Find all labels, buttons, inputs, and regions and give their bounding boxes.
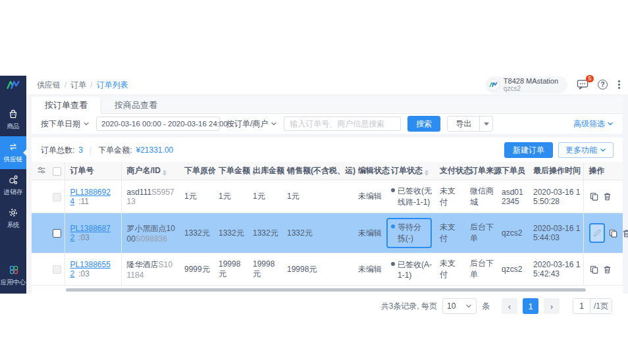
search-button[interactable]: 搜索	[407, 116, 440, 132]
row-checkbox-cell	[47, 213, 65, 253]
sidebar-item-label: 进销存	[4, 188, 23, 196]
order-source-cell: 后台下单	[465, 253, 496, 286]
apps-icon	[7, 263, 20, 276]
last-operation-time-cell: 2020-03-16 15:50:28	[528, 180, 583, 213]
new-order-button[interactable]: 新建订单	[504, 142, 553, 158]
breadcrumb: 供应链 / 订单 / 订单列表	[37, 80, 128, 91]
column-header[interactable]: 订单状态	[386, 162, 434, 180]
sales-amount-cell: 1332元	[282, 213, 353, 253]
sidebar-item-label: 系统	[7, 221, 19, 229]
sidebar-item-app-center[interactable]: 应用中心	[0, 259, 26, 292]
chevron-down-icon	[607, 120, 614, 127]
tab-by-product[interactable]: 按商品查看	[101, 97, 170, 113]
outbound-amount-cell-value: 1332元	[253, 228, 278, 238]
order-status-cell: 等待分拣(-)	[386, 213, 434, 253]
sidebar-item-inventory[interactable]: 进销存	[0, 169, 26, 202]
column-header-label: 下单原价	[184, 166, 216, 175]
row-checkbox-cell	[47, 180, 65, 213]
sidebar-item-label: 商品	[7, 122, 19, 130]
filter-bar: 按下单日期 2020-03-16 00:00 - 2020-03-16 24:0…	[32, 114, 623, 134]
merchant-name: asd111	[127, 188, 152, 197]
chevron-down-icon	[600, 147, 606, 153]
sidebar: 商品供应链进销存系统应用中心	[0, 76, 26, 294]
copy-order-button[interactable]	[589, 192, 599, 201]
edit-status-cell: 未编辑	[353, 253, 386, 286]
more-functions-label: 更多功能	[565, 145, 597, 156]
merchant-name: 隆华酒店	[127, 260, 159, 269]
actions-cell	[583, 213, 623, 253]
trash-icon	[622, 229, 628, 238]
pagination-unit-label: 条	[482, 301, 490, 312]
account-pill[interactable]: T8428 MAstation qzcs2	[486, 76, 567, 93]
order-amount-cell: 1332元	[213, 213, 248, 253]
status-dot-icon	[391, 224, 395, 228]
edit-order-button[interactable]	[589, 223, 605, 243]
copy-icon	[590, 265, 598, 274]
order-number-link[interactable]: PL13886924	[70, 188, 111, 206]
date-type-label: 按下单日期	[41, 118, 80, 130]
date-type-select[interactable]: 按下单日期	[41, 118, 90, 130]
order-number-cell: PL13886872:03	[65, 213, 121, 253]
select-all-checkbox[interactable]	[47, 162, 65, 180]
breadcrumb-item-order-list[interactable]: 订单列表	[97, 80, 128, 91]
delete-order-button[interactable]	[602, 265, 612, 274]
sidebar-item-supply-chain[interactable]: 供应链	[0, 136, 26, 169]
sort-carets-icon[interactable]	[163, 170, 167, 176]
sort-carets-icon[interactable]	[425, 170, 429, 176]
pay-status-cell: 未支付	[434, 213, 465, 253]
delete-order-button[interactable]	[621, 228, 628, 238]
order-amount-cell-value: 19998元	[219, 259, 240, 278]
next-page-button[interactable]: ›	[544, 298, 560, 314]
prev-page-button[interactable]: ‹	[502, 298, 517, 314]
more-functions-button[interactable]: 更多功能	[558, 142, 614, 158]
page-size-select[interactable]: 10	[442, 298, 477, 314]
order-number-link[interactable]: PL13886872	[70, 224, 111, 242]
order-number-cell: PL13886924:11	[65, 180, 121, 213]
sidebar-item-system[interactable]: 系统	[0, 202, 26, 235]
outbound-amount-cell: 1元	[248, 180, 282, 213]
actions-cell	[583, 253, 623, 286]
outbound-amount-cell-value: 1元	[253, 192, 265, 201]
export-dropdown-button[interactable]	[479, 117, 492, 131]
delete-order-button[interactable]	[602, 192, 612, 201]
search-input[interactable]	[284, 119, 400, 128]
sidebar-item-products[interactable]: 商品	[0, 103, 26, 136]
pay-status-cell-value: 未支付	[440, 222, 456, 243]
order-number-link[interactable]: PL13886552	[70, 260, 111, 278]
date-range-input[interactable]: 2020-03-16 00:00 - 2020-03-16 24:00	[96, 117, 220, 131]
column-header[interactable]: 商户名/ID	[121, 162, 179, 180]
account-subname: qzcs2	[504, 86, 558, 93]
chevron-down-icon	[465, 303, 472, 309]
more-menu-button[interactable]	[617, 79, 621, 90]
scrollbar-thumb[interactable]	[66, 288, 586, 292]
order-count-label: 订单总数:	[41, 145, 74, 156]
column-settings-button[interactable]	[32, 162, 47, 180]
column-header: 出库金额	[248, 162, 282, 180]
copy-order-button[interactable]	[608, 228, 618, 238]
breadcrumb-item-orders[interactable]: 订单	[70, 80, 86, 91]
breadcrumb-separator: /	[90, 80, 92, 90]
page-jump-input[interactable]: 1 /1页	[573, 298, 612, 314]
row-checkbox[interactable]	[53, 229, 61, 238]
search-type-select[interactable]: 按订单/商户	[226, 118, 277, 130]
column-header[interactable]: 下单金额	[213, 162, 248, 180]
breadcrumb-item-supply-chain[interactable]: 供应链	[37, 80, 61, 91]
brand-logo-icon	[6, 78, 20, 91]
page-number-1[interactable]: 1	[523, 298, 538, 314]
order-source-cell-value: 微信商城	[470, 186, 494, 207]
last-operation-time-cell-value: 2020-03-16 15:44:03	[533, 224, 580, 242]
tab-by-order[interactable]: 按订单查看	[32, 97, 101, 114]
messages-button[interactable]: 5	[577, 79, 589, 90]
column-header: 下单原价	[179, 162, 213, 180]
view-tabs: 按订单查看 按商品查看	[32, 97, 623, 114]
export-button[interactable]: 导出	[448, 117, 479, 131]
copy-order-button[interactable]	[589, 265, 599, 274]
original-price-cell-value: 1332元	[184, 228, 210, 238]
order-source-cell: 微信商城	[465, 180, 496, 213]
advanced-filter-link[interactable]: 高级筛选	[573, 118, 614, 130]
column-header-label: 最后操作时间	[533, 166, 581, 175]
filter-card: 按订单查看 按商品查看 按下单日期 2020-03-16 00:00 - 202…	[32, 97, 623, 134]
help-button[interactable]: ?	[598, 80, 608, 90]
sidebar-item-label: 应用中心	[1, 278, 26, 286]
order-status-badge[interactable]: 等待分拣(-)	[386, 218, 432, 248]
